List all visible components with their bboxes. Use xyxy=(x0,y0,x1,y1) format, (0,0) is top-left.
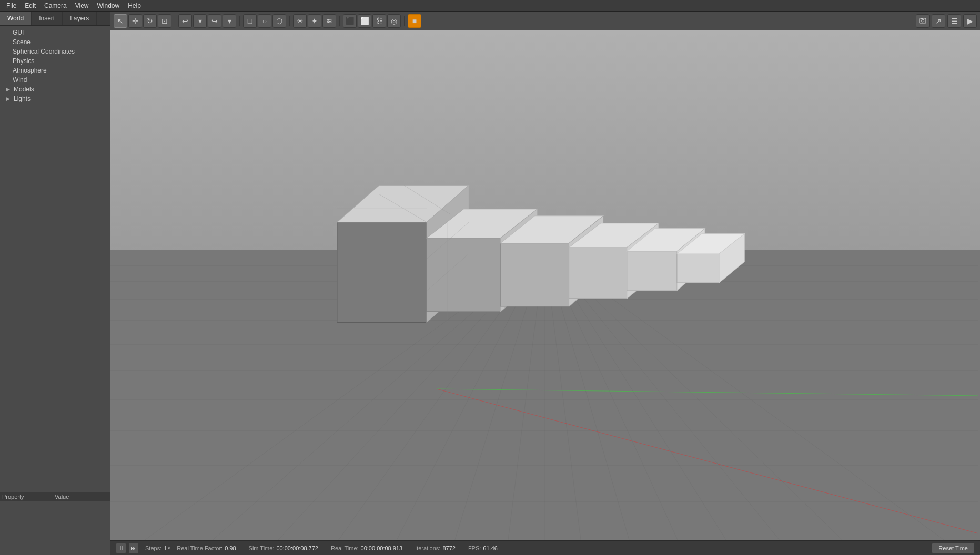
realtime-value: 0.98 xyxy=(225,545,236,551)
tool-redo[interactable]: ↪ xyxy=(208,14,221,28)
right-area: ↖ ✛ ↻ ⊡ ↩ ▾ ↪ ▾ □ ○ ⬡ ☀ ✦ ≋ ⬛ ⬜ ⛓ xyxy=(110,12,980,555)
tool-headphones[interactable]: ◎ xyxy=(387,14,401,28)
svg-line-14 xyxy=(184,250,544,540)
svg-line-24 xyxy=(544,250,742,540)
fps-label: FPS: xyxy=(468,545,481,551)
steps-label: Steps: xyxy=(145,545,161,551)
menu-camera[interactable]: Camera xyxy=(40,1,71,11)
tool-graph[interactable]: ↗ xyxy=(932,14,945,28)
tool-cylinder[interactable]: ⬡ xyxy=(272,14,286,28)
grid-svg xyxy=(110,250,980,540)
svg-line-19 xyxy=(505,250,544,540)
tool-lines[interactable]: ≋ xyxy=(322,14,336,28)
tool-copy[interactable]: ⬛ xyxy=(343,14,357,28)
fps-value: 61.46 xyxy=(483,545,498,551)
tree-item-lights[interactable]: Lights xyxy=(0,94,110,104)
tool-rotate[interactable]: ↻ xyxy=(143,14,157,28)
sim-time-value: 00:00:00:08.772 xyxy=(276,545,318,551)
tool-box[interactable]: □ xyxy=(243,14,257,28)
tree-item-models[interactable]: Models xyxy=(0,85,110,94)
svg-rect-2 xyxy=(921,18,923,19)
tab-world[interactable]: World xyxy=(0,12,32,25)
separator-2 xyxy=(239,16,240,26)
property-panel: Property Value xyxy=(0,492,110,555)
viewport[interactable] xyxy=(110,30,980,540)
svg-line-15 xyxy=(255,250,544,540)
tab-bar: World Insert Layers xyxy=(0,12,110,26)
menu-file[interactable]: File xyxy=(2,1,21,11)
tool-scale[interactable]: ⊡ xyxy=(158,14,171,28)
svg-line-17 xyxy=(384,250,544,540)
menu-bar: File Edit Camera View Window Help xyxy=(0,0,980,12)
property-header: Property Value xyxy=(0,492,110,501)
tool-undo[interactable]: ↩ xyxy=(178,14,192,28)
iterations-label: Iterations: xyxy=(415,545,440,551)
tool-undo-arrow[interactable]: ▾ xyxy=(193,14,207,28)
tree-item-physics[interactable]: Physics xyxy=(0,56,110,66)
separator-1 xyxy=(175,16,175,26)
toolbar-right: ↗ ☰ ▶ xyxy=(916,14,977,28)
separator-5 xyxy=(404,16,405,26)
svg-point-1 xyxy=(922,19,924,22)
ground-plane xyxy=(110,250,980,540)
status-bar: ⏸ ⏭ Steps: 1 ▾ Real Time Factor: 0.98 Si… xyxy=(110,540,980,555)
property-label: Property xyxy=(2,494,55,500)
steps-arrow[interactable]: ▾ xyxy=(168,546,170,551)
tree-item-wind[interactable]: Wind xyxy=(0,75,110,85)
tree-item-scene[interactable]: Scene xyxy=(0,37,110,47)
toolbar: ↖ ✛ ↻ ⊡ ↩ ▾ ↪ ▾ □ ○ ⬡ ☀ ✦ ≋ ⬛ ⬜ ⛓ xyxy=(110,12,980,30)
tool-select[interactable]: ↖ xyxy=(114,14,127,28)
left-panel: World Insert Layers GUI Scene Spherical … xyxy=(0,12,110,555)
svg-line-22 xyxy=(544,250,637,540)
tool-orange[interactable]: ■ xyxy=(408,14,421,28)
realtime-label: Real Time Factor: xyxy=(177,545,223,551)
next-button[interactable]: ⏭ xyxy=(128,543,139,553)
main-layout: World Insert Layers GUI Scene Spherical … xyxy=(0,12,980,555)
svg-line-29 xyxy=(437,389,978,396)
tree-item-gui[interactable]: GUI xyxy=(0,28,110,37)
tool-sphere[interactable]: ○ xyxy=(258,14,271,28)
axis-blue xyxy=(436,30,436,288)
sky-background xyxy=(110,30,980,260)
iterations-value: 8772 xyxy=(442,545,455,551)
tool-options[interactable]: ☰ xyxy=(947,14,961,28)
reset-time-button[interactable]: Reset Time xyxy=(932,543,975,553)
tool-link[interactable]: ⛓ xyxy=(372,14,386,28)
real-time-value: 00:00:00:08.913 xyxy=(361,545,403,551)
menu-help[interactable]: Help xyxy=(124,1,145,11)
svg-line-18 xyxy=(447,250,544,540)
svg-line-21 xyxy=(544,250,584,540)
separator-4 xyxy=(339,16,340,26)
svg-line-23 xyxy=(544,250,689,540)
svg-line-13 xyxy=(110,250,544,540)
tool-point-light[interactable]: ✦ xyxy=(308,14,321,28)
tool-video[interactable]: ▶ xyxy=(963,14,977,28)
steps-value: 1 xyxy=(164,545,167,551)
svg-line-16 xyxy=(321,250,544,540)
menu-view[interactable]: View xyxy=(71,1,93,11)
svg-line-25 xyxy=(544,250,800,540)
tab-layers[interactable]: Layers xyxy=(63,12,97,25)
tool-sun[interactable]: ☀ xyxy=(293,14,307,28)
value-label: Value xyxy=(55,494,69,500)
tree-item-atmosphere[interactable]: Atmosphere xyxy=(0,66,110,75)
steps-control[interactable]: 1 ▾ xyxy=(164,545,170,551)
tool-redo-arrow[interactable]: ▾ xyxy=(223,14,236,28)
tool-paste[interactable]: ⬜ xyxy=(358,14,371,28)
tab-insert[interactable]: Insert xyxy=(32,12,63,25)
tool-screenshot[interactable] xyxy=(916,14,930,28)
tree-list: GUI Scene Spherical Coordinates Physics … xyxy=(0,26,110,492)
svg-line-26 xyxy=(544,250,868,540)
separator-3 xyxy=(289,16,290,26)
pause-button[interactable]: ⏸ xyxy=(116,543,126,553)
real-time-label: Real Time: xyxy=(331,545,359,551)
svg-rect-0 xyxy=(920,18,926,23)
tool-translate[interactable]: ✛ xyxy=(128,14,142,28)
tree-item-spherical[interactable]: Spherical Coordinates xyxy=(0,47,110,56)
menu-window[interactable]: Window xyxy=(93,1,124,11)
menu-edit[interactable]: Edit xyxy=(21,1,40,11)
sim-time-label: Sim Time: xyxy=(249,545,275,551)
